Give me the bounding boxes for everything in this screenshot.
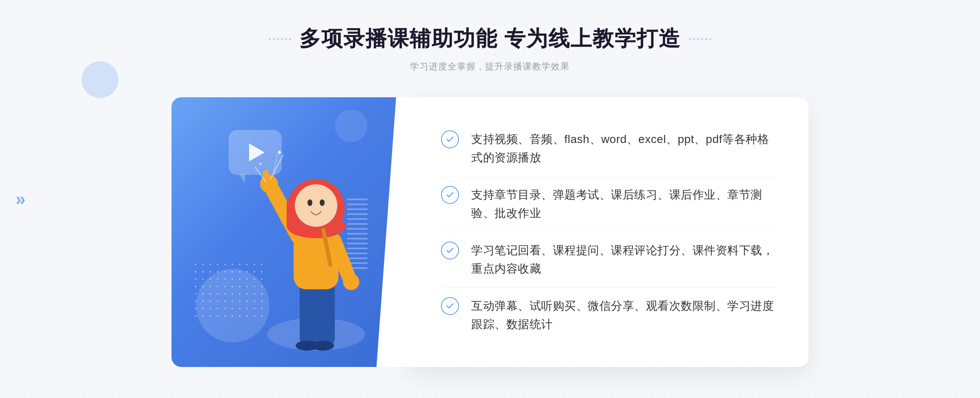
page-wrapper: 多项录播课辅助功能 专为线上教学打造 学习进度全掌握，提升录播课教学效果	[0, 0, 980, 398]
illustration-card: ✦ ✦	[172, 97, 408, 367]
page-title: 多项录播课辅助功能 专为线上教学打造	[299, 25, 681, 53]
feature-text-1: 支持视频、音频、flash、word、excel、ppt、pdf等各种格式的资源…	[471, 130, 776, 167]
svg-rect-2	[315, 281, 335, 347]
svg-point-14	[295, 184, 337, 227]
svg-point-16	[320, 199, 325, 206]
check-icon-4	[441, 297, 459, 315]
svg-point-10	[343, 274, 359, 290]
svg-point-15	[307, 199, 312, 206]
feature-item-4: 互动弹幕、试听购买、微信分享、观看次数限制、学习进度跟踪、数据统计	[441, 289, 776, 342]
circle-decoration-2	[335, 110, 368, 142]
feature-item-1: 支持视频、音频、flash、word、excel、ppt、pdf等各种格式的资源…	[441, 122, 776, 175]
check-icon-1	[441, 130, 459, 148]
page-subtitle: 学习进度全掌握，提升录播课教学效果	[269, 60, 711, 73]
main-content: ✦ ✦ 支持视频、音频、flash、word、excel、ppt、pdf等各种格…	[172, 97, 808, 367]
feature-text-4: 互动弹幕、试听购买、微信分享、观看次数限制、学习进度跟踪、数据统计	[471, 297, 776, 334]
check-icon-3	[441, 241, 459, 259]
title-deco-left	[269, 38, 291, 40]
feature-text-2: 支持章节目录、弹题考试、课后练习、课后作业、章节测验、批改作业	[471, 186, 776, 223]
small-circle-decoration	[82, 61, 118, 98]
feature-item-2: 支持章节目录、弹题考试、课后练习、课后作业、章节测验、批改作业	[441, 178, 776, 231]
features-card: 支持视频、音频、flash、word、excel、ppt、pdf等各种格式的资源…	[408, 97, 808, 367]
svg-text:✦: ✦	[276, 148, 283, 157]
title-deco-right	[689, 38, 711, 40]
divider-2	[441, 232, 776, 232]
left-arrow-decoration: »	[16, 189, 25, 209]
svg-text:✦: ✦	[258, 161, 263, 167]
divider-1	[441, 177, 776, 177]
feature-item-3: 学习笔记回看、课程提问、课程评论打分、课件资料下载，重点内容收藏	[441, 233, 776, 286]
person-illustration: ✦ ✦	[251, 138, 381, 367]
header-title-row: 多项录播课辅助功能 专为线上教学打造	[269, 25, 711, 53]
header-section: 多项录播课辅助功能 专为线上教学打造 学习进度全掌握，提升录播课教学效果	[269, 25, 711, 73]
svg-point-4	[311, 341, 334, 351]
feature-text-3: 学习笔记回看、课程提问、课程评论打分、课件资料下载，重点内容收藏	[471, 241, 776, 278]
check-icon-2	[441, 186, 459, 204]
divider-3	[441, 287, 776, 288]
svg-line-20	[273, 154, 277, 177]
